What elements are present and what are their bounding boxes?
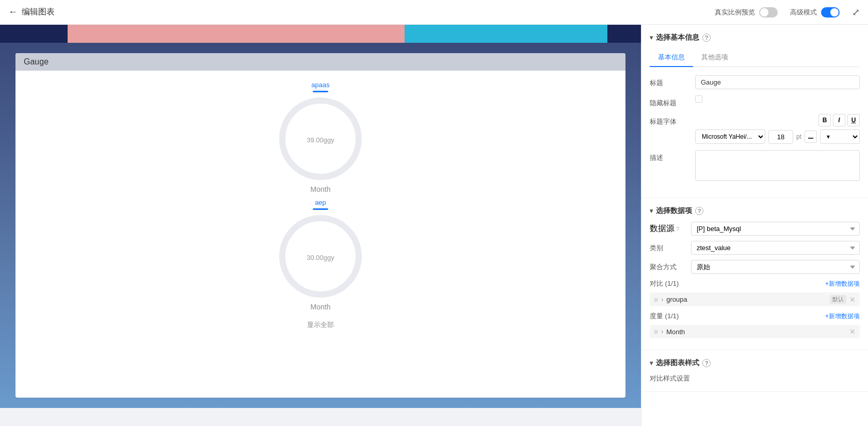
show-all-label[interactable]: 显示全部 [307, 320, 334, 330]
font-label: 标题字体 [650, 114, 691, 126]
chart-card-header: Gauge [15, 53, 625, 71]
back-button[interactable]: ← [8, 7, 18, 18]
measure-drag-icon[interactable]: ≡ [654, 327, 658, 336]
chart-style-title: 选择图表样式 [656, 358, 699, 368]
hide-title-row: 隐藏标题 [650, 95, 860, 108]
panel-tabs: 基本信息 其他选项 [650, 48, 860, 67]
chart-card: Gauge apaas 39.00ggy Month [15, 53, 625, 398]
chart-style-help-icon[interactable]: ? [702, 359, 711, 367]
category-label: 类别 [650, 243, 687, 253]
font-style-select[interactable]: ▾ [820, 129, 860, 144]
chart-card-body: apaas 39.00ggy Month aep [15, 71, 625, 398]
gauge-underline-2 [313, 208, 328, 210]
hide-title-control [695, 95, 860, 103]
add-measure-button[interactable]: +新增数据项 [825, 312, 860, 321]
desc-label: 描述 [650, 150, 691, 162]
preview-toggle-knob [760, 8, 768, 17]
font-unit-label: pt [796, 133, 801, 140]
measure-item-name: Month [666, 328, 846, 336]
basic-info-header: ▾ 选择基本信息 ? [650, 33, 860, 42]
measure-arrow-icon: › [661, 328, 663, 335]
advanced-toggle-knob [830, 8, 839, 17]
chart-style-sub-label: 对比样式设置 [650, 374, 860, 383]
advanced-toggle[interactable] [821, 7, 840, 18]
desc-control [695, 150, 860, 183]
main-area: Gauge apaas 39.00ggy Month [0, 25, 868, 426]
strip-pink-top [68, 25, 405, 43]
measure-header: 度量 (1/1) +新增数据项 [650, 312, 860, 321]
tab-other-options[interactable]: 其他选项 [693, 48, 736, 67]
desc-textarea[interactable] [695, 150, 860, 181]
compare-item-badge[interactable]: 默认 [830, 295, 846, 304]
right-panel: ▾ 选择基本信息 ? 基本信息 其他选项 标题 隐藏标题 [641, 25, 868, 426]
compare-item-delete[interactable]: ✕ [849, 296, 856, 304]
gauge-item-1: apaas 39.00ggy Month [279, 81, 362, 193]
chart-style-header: ▾ 选择图表样式 ? [650, 358, 860, 368]
drag-icon[interactable]: ≡ [654, 296, 658, 304]
title-field-control [695, 75, 860, 89]
arrow-icon: › [661, 296, 663, 303]
aggregation-label: 聚合方式 [650, 263, 687, 272]
data-section: ▾ 选择数据项 ? 数据源 ? [P] beta_Mysql 类别 ztest_… [641, 198, 868, 350]
strip-dark-blue-top [0, 25, 68, 43]
add-compare-button[interactable]: +新增数据项 [825, 280, 860, 288]
gauge-item-2: aep 30.00ggy Month [279, 199, 362, 311]
datasource-row: 数据源 ? [P] beta_Mysql [650, 222, 860, 236]
datasource-label-group: 数据源 ? [650, 223, 687, 234]
title-row: 标题 [650, 75, 860, 89]
gauge-value-2: 30.00ggy [307, 251, 334, 263]
top-strip [0, 25, 641, 43]
font-family-select[interactable]: Microsoft YaHei/... [695, 129, 765, 144]
measure-item-delete[interactable]: ✕ [849, 327, 856, 336]
hide-title-checkbox[interactable] [695, 95, 702, 103]
gauge-value-1: 39.00ggy [307, 133, 334, 145]
svg-rect-1 [808, 138, 813, 139]
category-select[interactable]: ztest_value [691, 241, 860, 255]
aggregation-row: 聚合方式 原始 [650, 260, 860, 274]
title-input[interactable] [695, 75, 860, 89]
desc-row: 描述 [650, 150, 860, 183]
font-row: 标题字体 B I U Microsoft YaHei/... [650, 114, 860, 144]
compare-title: 对比 (1/1) [650, 279, 679, 288]
fullscreen-icon[interactable]: ⤢ [852, 7, 860, 18]
basic-info-title: 选择基本信息 [656, 33, 699, 42]
font-control: B I U Microsoft YaHei/... pt [695, 114, 860, 144]
page-title: 编辑图表 [22, 7, 55, 18]
chart-style-section: ▾ 选择图表样式 ? 对比样式设置 [641, 350, 868, 392]
gauge-circle-1: 39.00ggy [279, 97, 362, 180]
font-color-picker[interactable] [805, 130, 817, 143]
underline-button[interactable]: U [847, 114, 860, 126]
data-section-help-icon[interactable]: ? [695, 207, 703, 215]
collapse-icon[interactable]: ▾ [650, 34, 653, 41]
gauge-axis-label-2: Month [311, 303, 331, 311]
italic-button[interactable]: I [833, 114, 845, 126]
data-section-header: ▾ 选择数据项 ? [650, 206, 860, 216]
font-format-buttons: B I U [818, 114, 860, 126]
font-size-input[interactable] [768, 130, 793, 144]
bold-button[interactable]: B [818, 114, 831, 126]
measure-title: 度量 (1/1) [650, 312, 679, 321]
datasource-help-icon[interactable]: ? [676, 226, 679, 232]
basic-info-section: ▾ 选择基本信息 ? 基本信息 其他选项 标题 隐藏标题 [641, 25, 868, 198]
basic-info-help-icon[interactable]: ? [702, 34, 711, 42]
compare-item-row: ≡ › groupa 默认 ✕ [650, 292, 860, 306]
data-collapse-icon[interactable]: ▾ [650, 207, 653, 215]
preview-label: 真实比例预览 [715, 8, 755, 17]
font-format-row: B I U [695, 114, 860, 126]
preview-toggle[interactable] [759, 7, 778, 18]
svg-rect-0 [808, 134, 814, 140]
canvas-area: Gauge apaas 39.00ggy Month [0, 25, 641, 426]
strip-dark-blue2-top [607, 25, 641, 43]
tab-basic-info[interactable]: 基本信息 [650, 48, 693, 67]
compare-header: 对比 (1/1) +新增数据项 [650, 279, 860, 288]
aggregation-select[interactable]: 原始 [691, 260, 860, 274]
datasource-label: 数据源 [650, 223, 674, 234]
advanced-label: 高级模式 [790, 8, 817, 17]
gauge-circle-2: 30.00ggy [279, 215, 362, 298]
datasource-select[interactable]: [P] beta_Mysql [691, 222, 860, 236]
gauge-underline-1 [313, 91, 328, 92]
chart-style-collapse-icon[interactable]: ▾ [650, 359, 653, 367]
font-select-row: Microsoft YaHei/... pt ▾ [695, 129, 860, 144]
header: ← 编辑图表 真实比例预览 高级模式 ⤢ [0, 0, 868, 25]
title-field-label: 标题 [650, 75, 691, 88]
